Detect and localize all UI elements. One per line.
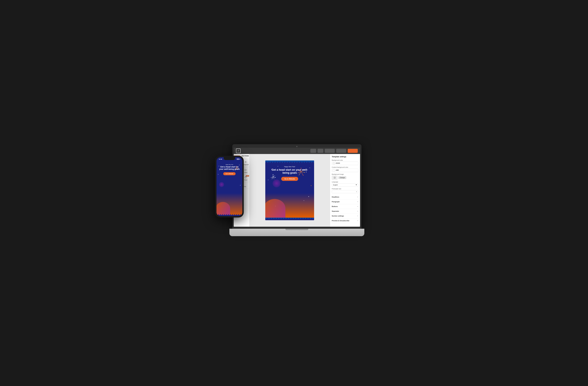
bg-color-field[interactable]: #f6f6f6 <box>332 162 358 165</box>
accordion-list: Headlines Paragraph Buttons Seperator <box>332 195 358 223</box>
right-panel: Template settings Background color #f6f6… <box>330 154 360 227</box>
accordion-paragraph-trigger[interactable]: Paragraph <box>332 201 358 203</box>
signal-icon: ▐▐▐ <box>236 159 239 160</box>
phone-scallop-top <box>216 161 242 163</box>
accordion-section-settings: Section settings <box>332 214 358 218</box>
accordion-headlines-trigger[interactable]: Headlines <box>332 196 358 198</box>
block-video-label: Video <box>244 172 247 173</box>
paragraph-icon: ≡ <box>245 160 247 163</box>
phone-screen: 12:45 ▐▐▐ ▮ ✦ ✦ ✦ ✦ <box>216 157 242 216</box>
change-image-button[interactable]: Change <box>338 176 346 179</box>
content-bg-color-label: Content background color <box>332 166 358 168</box>
toolbar-button-1[interactable] <box>310 149 316 153</box>
preheader-field-wrapper: ▼ <box>332 190 358 193</box>
accordion-seperator: Seperator <box>332 209 358 214</box>
bg-color-value: #f6f6f6 <box>336 162 340 164</box>
accordion-paragraph: Paragraph <box>332 199 358 204</box>
content-bg-color-value: #ffffff <box>336 170 339 171</box>
phone-fireworks: ✦ ✦ ✦ ✦ <box>216 163 242 216</box>
center-canvas: ✦ ✦ ✦ ✦ ✦ ✦ ✦ ✦ ✦ ✦ <box>250 154 330 227</box>
scallop-bottom-svg <box>265 218 314 220</box>
svg-line-18 <box>271 177 273 178</box>
pro-badge: PRO <box>246 175 249 177</box>
svg-line-17 <box>272 177 273 179</box>
accordion-section-settings-trigger[interactable]: Section settings <box>332 215 358 217</box>
email-title: Get a head start on your well-being goal… <box>269 168 311 175</box>
svg-line-15 <box>273 177 275 177</box>
content-bg-color-swatch <box>333 169 335 171</box>
svg-line-16 <box>273 177 274 179</box>
phone-subtitle: Happy New Year! <box>218 164 241 165</box>
laptop: ✓ BLOCKS SECTIONS <box>232 144 361 236</box>
laptop-screen: ✓ BLOCKS SECTIONS <box>234 148 360 227</box>
app-body: BLOCKS SECTIONS H Headline ≡ Paragraph <box>234 154 360 227</box>
email-subtitle: Happy New Year! <box>269 166 311 167</box>
bg-image-placeholder: 🖼 <box>332 176 337 180</box>
accordion-headlines: Headlines <box>332 195 358 199</box>
laptop-bezel: ✓ BLOCKS SECTIONS <box>232 144 361 229</box>
accordion-buttons: Buttons <box>332 204 358 209</box>
phone-title: Get a head start on your well-being goal… <box>218 166 241 171</box>
video-icon: ▷ <box>245 168 247 171</box>
scallop-top-svg <box>265 160 314 163</box>
accordion-preview-unsubscribe: Preview & Unsubscribe <box>332 218 358 223</box>
bg-color-label: Background color <box>332 159 358 161</box>
accordion-buttons-trigger[interactable]: Buttons <box>332 205 358 207</box>
bg-color-swatch <box>333 162 335 164</box>
toolbar-button-4[interactable] <box>336 149 346 153</box>
toolbar-button-2[interactable] <box>317 149 323 153</box>
phone-cta-button[interactable]: Go to Website <box>223 172 236 175</box>
svg-point-12 <box>273 177 273 177</box>
content-bg-color-field[interactable]: #ffffff <box>332 169 358 172</box>
svg-point-20 <box>275 177 276 178</box>
email-preview: ✦ ✦ ✦ ✦ ✦ ✦ ✦ ✦ ✦ ✦ <box>265 160 314 220</box>
phone-status-icons: ▐▐▐ ▮ <box>236 159 240 160</box>
scene: ✓ BLOCKS SECTIONS <box>215 144 373 242</box>
laptop-base <box>230 229 364 236</box>
right-panel-title: Template settings <box>332 156 358 158</box>
preheader-input[interactable] <box>333 191 356 192</box>
battery-icon: ▮ <box>239 159 240 160</box>
bg-image-field: 🖼 Change <box>332 176 358 180</box>
laptop-camera <box>296 146 297 147</box>
email-body: ✦ ✦ ✦ ✦ ✦ ✦ ✦ ✦ ✦ ✦ <box>265 163 314 218</box>
svg-line-14 <box>273 175 275 177</box>
block-timer-label: Timer <box>244 179 247 181</box>
svg-point-11 <box>303 175 303 176</box>
language-select[interactable]: English French German Spanish <box>332 183 358 187</box>
toolbar-button-3[interactable] <box>325 149 335 153</box>
accordion-seperator-trigger[interactable]: Seperator <box>332 210 358 212</box>
phone-notch <box>224 157 235 160</box>
preheader-dropdown-icon: ▼ <box>356 191 357 192</box>
accordion-preview-unsubscribe-trigger[interactable]: Preview & Unsubscribe <box>332 220 358 222</box>
email-cta-button[interactable]: Go to Website <box>281 177 298 181</box>
language-label: Language <box>332 181 358 183</box>
app-logo: ✓ <box>236 149 241 153</box>
toolbar-button-publish[interactable] <box>348 149 358 153</box>
preheader-label: Preheader text <box>332 188 358 190</box>
app-toolbar: ✓ <box>234 148 360 154</box>
phone-scallop-bottom <box>216 214 242 216</box>
bg-image-label: Background image <box>332 174 358 175</box>
phone: 12:45 ▐▐▐ ▮ ✦ ✦ ✦ ✦ <box>215 156 244 218</box>
phone-email-content: ✦ ✦ ✦ ✦ <box>216 163 242 216</box>
phone-time: 12:45 <box>219 159 222 160</box>
